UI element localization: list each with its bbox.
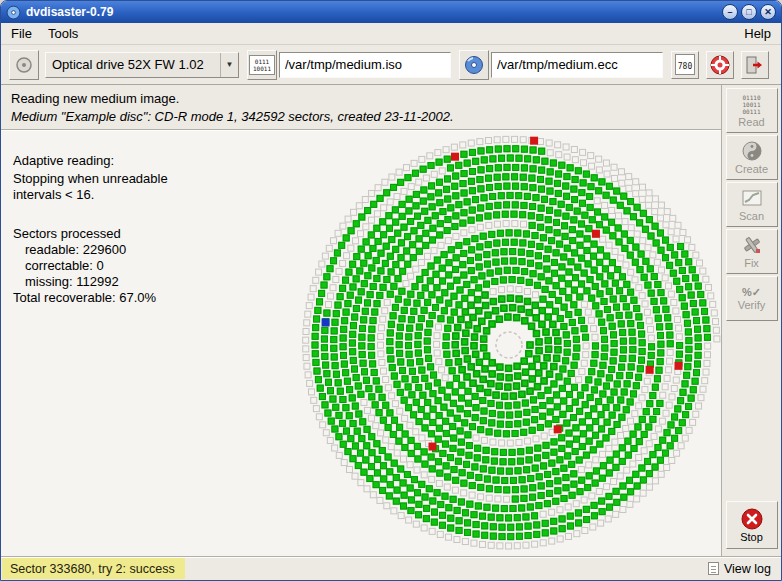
fix-button[interactable]: Fix [726,229,778,274]
scan-button-label: Scan [739,211,764,222]
app-icon [6,5,21,20]
scan-button[interactable]: Scan [726,182,778,227]
fix-button-label: Fix [744,258,759,269]
read-button-label: Read [738,117,764,128]
exit-icon [745,55,765,75]
adaptive-reading-title: Adaptive reading: [13,153,168,169]
quit-button[interactable] [741,51,769,79]
stop-button[interactable]: Stop [726,501,778,549]
menubar: File Tools Help [1,23,781,45]
read-button[interactable]: 011101001100111 Read [726,88,778,133]
sectors-correctable: correctable: 0 [13,258,168,274]
ecc-path-input[interactable] [491,52,663,78]
drive-eject-button[interactable] [9,50,39,80]
app-window: dvdisaster-0.79 – □ ✕ File Tools Help Op… [0,0,782,581]
preferences-button[interactable]: 780 [671,51,699,79]
status-message: Sector 333680, try 2: success [2,558,185,579]
action-sidebar: 011101001100111 Read Create Scan [721,85,781,556]
drive-icon [15,56,33,74]
statusbar: Sector 333680, try 2: success View log [1,556,781,580]
sectors-processed-title: Sectors processed [13,226,168,242]
verify-icon: %✓ [742,286,761,298]
create-tao-icon [741,140,763,162]
log-icon [708,562,719,575]
minimize-button[interactable]: – [722,4,738,20]
ecc-file-icon [464,55,484,75]
menu-tools[interactable]: Tools [40,24,86,43]
reading-area: Adaptive reading: Stopping when unreadab… [1,131,721,556]
maximize-button[interactable]: □ [741,4,757,20]
fix-tools-icon [741,234,763,256]
stop-icon [741,508,763,530]
status-line-primary: Reading new medium image. [11,90,711,108]
scan-chart-icon [741,187,763,209]
titlebar[interactable]: dvdisaster-0.79 – □ ✕ [1,1,781,23]
sectors-missing: missing: 112992 [13,274,168,290]
adaptive-reading-desc2: intervals < 16. [13,187,168,203]
drive-select[interactable]: Optical drive 52X FW 1.02 ▼ [45,52,239,78]
menu-help[interactable]: Help [736,24,779,43]
drive-select-value: Optical drive 52X FW 1.02 [46,57,220,72]
iso-path-input[interactable] [279,52,451,78]
image-file-icon: 011110011 [249,55,275,75]
ecc-file-button[interactable] [459,50,489,80]
verify-button[interactable]: %✓ Verify [726,276,778,321]
read-binary-icon: 011101001100111 [742,94,760,115]
menu-file[interactable]: File [3,24,40,43]
sector-spiral-visualization [293,131,721,556]
verify-button-label: Verify [738,300,766,311]
adaptive-reading-desc: Stopping when unreadable [13,171,168,187]
status-line-secondary: Medium "Example disc": CD-R mode 1, 3425… [11,108,711,126]
sectors-readable: readable: 229600 [13,242,168,258]
status-header: Reading new medium image. Medium "Exampl… [1,85,721,129]
stop-button-label: Stop [740,532,763,543]
preferences-icon: 780 [675,54,695,75]
view-log-label: View log [724,562,771,576]
reading-info-panel: Adaptive reading: Stopping when unreadab… [13,153,168,306]
lifebuoy-icon [710,55,730,75]
close-button[interactable]: ✕ [760,4,776,20]
help-button[interactable] [706,51,734,79]
image-file-button[interactable]: 011110011 [247,50,277,80]
create-button[interactable]: Create [726,135,778,180]
total-recoverable: Total recoverable: 67.0% [13,290,168,306]
toolbar: Optical drive 52X FW 1.02 ▼ 011110011 78… [1,45,781,85]
view-log-button[interactable]: View log [698,557,781,580]
chevron-down-icon: ▼ [220,53,238,77]
window-title: dvdisaster-0.79 [26,5,717,19]
create-button-label: Create [735,164,768,175]
